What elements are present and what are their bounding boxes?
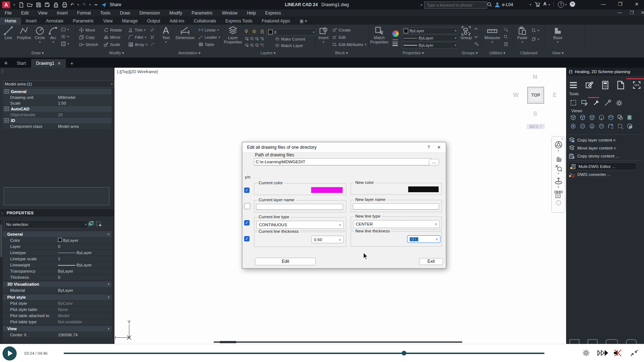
copy-storey-content-item[interactable]: Copy storey content ... [569, 152, 619, 159]
user-icon[interactable] [494, 2, 500, 8]
view-back-icon[interactable] [589, 114, 595, 121]
prop-row-center-x[interactable]: Center X156596.74 [3, 332, 112, 338]
tool-settings-gear-icon[interactable] [616, 100, 623, 106]
edit-attributes-button[interactable]: Edit Attributes▾ [333, 42, 366, 47]
fillet-button[interactable]: Fillet▾ [128, 35, 146, 40]
wheel-caret-icon[interactable]: ▾ [557, 149, 559, 152]
ribbon-tab-express-tools[interactable]: Express Tools [221, 17, 257, 25]
tab-close-icon[interactable]: ✕ [57, 61, 61, 66]
view-front-icon[interactable] [580, 114, 586, 121]
array-button[interactable]: Array▾ [128, 42, 147, 47]
view-section-icon[interactable] [617, 114, 623, 121]
copy-clip-icon[interactable]: ▾ [532, 37, 539, 41]
file-tabs-menu-icon[interactable]: ≡ [0, 58, 12, 68]
prop-section-3d[interactable]: 3D Visualization▾ [3, 281, 112, 287]
viewcube-north[interactable]: N [533, 73, 537, 81]
dialog-help-icon[interactable]: ? [427, 145, 430, 150]
line-button[interactable]: Line [2, 26, 14, 40]
save-icon[interactable] [36, 2, 41, 8]
layer-select-dropdown[interactable]: 0▾ [266, 29, 316, 35]
menu-format[interactable]: Format [72, 10, 96, 16]
object-color-dropdown[interactable]: ByLayer▾ [402, 28, 458, 34]
help-icon[interactable]: ? [558, 1, 564, 8]
rectangle-tool-button[interactable]: ▾ [61, 27, 69, 32]
menu-express[interactable]: Express [260, 10, 285, 16]
layer-thaw-sun-icon[interactable] [252, 29, 257, 34]
toggle-pickadd-icon[interactable] [88, 221, 94, 227]
print-icon[interactable] [62, 2, 67, 8]
zoom-caret-icon[interactable]: ▾ [557, 172, 559, 175]
view-se-iso-icon[interactable] [580, 123, 586, 129]
lineweight-dropdown[interactable]: ByLayer▾ [402, 42, 458, 49]
group-edit-icon[interactable] [474, 35, 479, 39]
color-wheel-icon[interactable] [392, 30, 399, 37]
quick-calc-icon[interactable] [504, 42, 508, 46]
search-input[interactable] [424, 1, 487, 9]
undo-icon[interactable]: ↶ [71, 2, 74, 7]
panel-label-modify[interactable]: Modify ▾ [109, 51, 124, 55]
prop-row-plot-table-attached[interactable]: Plot table attached toModel [3, 313, 112, 319]
view-nw-iso-icon[interactable] [598, 123, 605, 129]
panel-grip-icon[interactable]: ⣿ [1, 69, 4, 73]
layer-state-icons-row1[interactable] [244, 37, 264, 41]
menu-tools[interactable]: Tools [96, 10, 115, 16]
tab-drawing1[interactable]: Drawing1✕ [31, 59, 66, 68]
select-objects-icon[interactable] [96, 221, 102, 227]
linetype-dropdown[interactable]: ByLayer▾ [402, 35, 458, 41]
table-row[interactable]: Component classModel area [3, 123, 112, 130]
prop-row-lineweight[interactable]: Lineweight ByLayer [3, 262, 112, 268]
mute-icon[interactable] [613, 349, 622, 357]
hatch-tool-button[interactable]: ▾ [61, 41, 69, 46]
menu-view[interactable]: View [33, 10, 52, 16]
table-row[interactable]: Drawing unitMillimeter [3, 94, 112, 101]
mirror-button[interactable]: Mirror [104, 35, 121, 40]
open-folder-icon[interactable] [27, 2, 33, 8]
join-icon[interactable] [150, 42, 155, 47]
help-caret-icon[interactable]: ▾ [565, 3, 567, 7]
ungroup-icon[interactable] [474, 28, 479, 32]
edit-block-button[interactable]: Edit [333, 35, 346, 39]
match-layer-button[interactable]: Match Layer [275, 43, 303, 48]
orbit-caret-icon[interactable]: ▾ [557, 185, 559, 189]
view-rotate-cw-icon[interactable] [608, 123, 614, 129]
menu-modify[interactable]: Modify [165, 10, 187, 16]
feedback-pen-icon[interactable]: ✎ [570, 1, 575, 7]
copy-button[interactable]: Copy [79, 35, 95, 40]
multi-dwg-editor-item[interactable]: Multi-DWG Editor ... [569, 163, 637, 170]
menu-window[interactable]: Window [217, 10, 242, 16]
view-right-icon[interactable] [608, 114, 614, 121]
canvas-hscrollbar-thumb[interactable] [220, 341, 236, 343]
table-row[interactable]: Scale1:50 [3, 100, 112, 106]
prop-row-linetype[interactable]: Linetype ByLayer [3, 250, 112, 256]
move-layer-content-item[interactable]: Move layer content < [569, 144, 616, 151]
playback-speed-icon[interactable] [597, 349, 608, 357]
close-button[interactable]: ✕ [632, 1, 642, 7]
prop-row-plot-style[interactable]: Plot styleByColor [3, 300, 112, 307]
ribbon-tab-addins[interactable]: Add-ins [165, 17, 189, 25]
cut-icon[interactable]: ▾ [532, 28, 539, 33]
mode-calculator-icon[interactable] [601, 81, 609, 89]
prop-row-transparency[interactable]: TransparencyByLayer [3, 268, 112, 274]
prop-section-plot[interactable]: Plot style▾ [3, 294, 112, 300]
ribbon-tab-annotate[interactable]: Annotate [41, 17, 68, 25]
apps-caret-icon[interactable]: ▾ [548, 3, 550, 7]
ribbon-tab-output[interactable]: Output [142, 17, 165, 25]
tool-display-icon[interactable] [581, 100, 588, 106]
erase-icon[interactable] [150, 28, 155, 32]
view-sw-iso-icon[interactable] [570, 123, 576, 129]
properties-grip-icon[interactable]: ⣿ [1, 212, 3, 215]
view-iso-icon[interactable] [570, 114, 576, 121]
layer-on-bulb-icon[interactable] [244, 29, 249, 34]
share-icon[interactable] [101, 2, 106, 8]
plot-icon[interactable] [53, 2, 59, 8]
mode-document-icon[interactable] [616, 81, 624, 89]
viewcube-top-face[interactable]: TOP [527, 87, 544, 104]
dimension-button[interactable]: Dimension [174, 25, 196, 40]
ribbon-tab-featured-apps[interactable]: Featured Apps [257, 17, 295, 25]
text-button[interactable]: A Text▾ [159, 25, 172, 44]
new-tab-button[interactable]: + [66, 59, 78, 68]
stretch-button[interactable]: Stretch [79, 42, 98, 47]
path-input[interactable] [254, 158, 431, 165]
insert-button[interactable]: Insert▾ [317, 26, 330, 44]
panel-label-view[interactable]: View ▾ [552, 51, 564, 55]
